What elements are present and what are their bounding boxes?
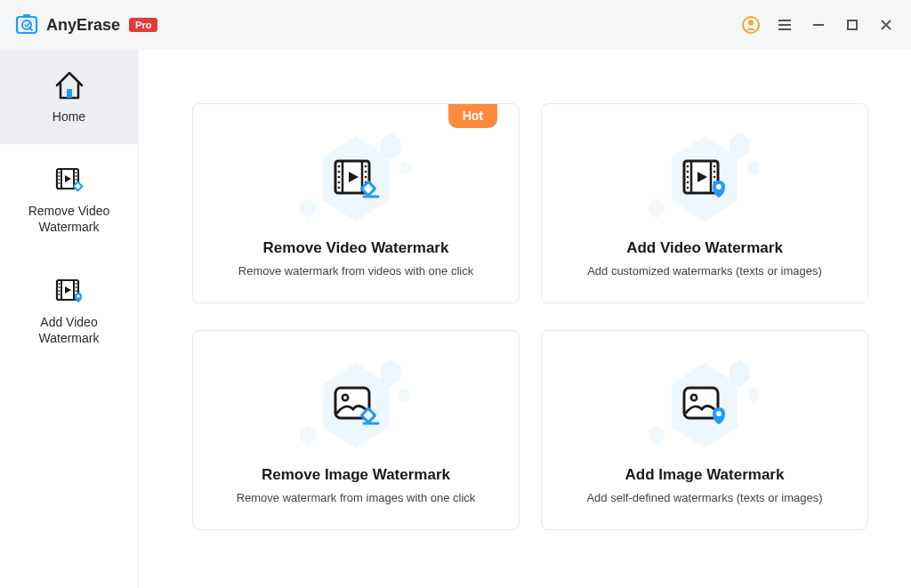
- card-icon-wrap: [302, 361, 409, 450]
- svg-rect-9: [848, 20, 857, 29]
- app-logo-icon: [14, 12, 39, 37]
- svg-point-63: [713, 171, 716, 173]
- svg-point-17: [58, 175, 60, 177]
- app-name: AnyErase: [46, 16, 120, 35]
- minimize-icon[interactable]: [808, 14, 829, 36]
- card-icon-wrap: [302, 134, 409, 223]
- svg-point-75: [716, 411, 722, 416]
- svg-point-18: [58, 179, 60, 181]
- close-icon[interactable]: [875, 14, 897, 36]
- svg-point-60: [687, 181, 689, 184]
- image-remove-large-icon: [330, 383, 382, 429]
- card-desc: Remove watermark from images with one cl…: [226, 491, 487, 504]
- card-remove-video-watermark[interactable]: Hot: [192, 103, 520, 303]
- svg-rect-1: [23, 14, 30, 18]
- svg-point-59: [687, 176, 689, 179]
- svg-point-37: [77, 294, 80, 298]
- sidebar-item-label: Add Video Watermark: [9, 314, 129, 346]
- video-add-icon: [52, 275, 87, 307]
- svg-rect-12: [67, 89, 72, 98]
- card-desc: Remove watermark from videos with one cl…: [228, 264, 484, 278]
- svg-point-45: [338, 187, 341, 189]
- sidebar-item-home[interactable]: Home: [0, 50, 138, 144]
- video-add-large-icon: [679, 156, 730, 202]
- svg-point-34: [75, 286, 77, 288]
- svg-point-42: [338, 171, 341, 173]
- svg-point-4: [748, 20, 754, 26]
- svg-point-33: [75, 283, 77, 285]
- home-icon: [52, 69, 87, 101]
- card-add-image-watermark[interactable]: Add Image Watermark Add self-defined wat…: [541, 330, 868, 530]
- svg-point-19: [58, 182, 60, 184]
- svg-point-46: [365, 165, 367, 168]
- menu-icon[interactable]: [774, 14, 795, 36]
- sidebar-item-add-video-watermark[interactable]: Add Video Watermark: [0, 255, 138, 366]
- video-remove-icon: [52, 164, 87, 196]
- card-desc: Add customized watermarks (texts or imag…: [576, 264, 833, 278]
- svg-point-22: [75, 179, 77, 181]
- card-title: Remove Video Watermark: [263, 239, 449, 257]
- svg-point-57: [687, 165, 689, 168]
- svg-point-29: [58, 283, 60, 285]
- hot-badge: Hot: [448, 104, 497, 128]
- svg-point-64: [713, 176, 716, 179]
- titlebar-right: [740, 14, 897, 36]
- svg-point-32: [58, 294, 60, 295]
- sidebar-item-label: Remove Video Watermark: [9, 203, 129, 235]
- svg-point-47: [365, 171, 367, 173]
- card-title: Add Video Watermark: [626, 239, 783, 257]
- svg-point-43: [338, 176, 341, 179]
- sidebar-item-remove-video-watermark[interactable]: Remove Video Watermark: [0, 144, 138, 254]
- svg-point-48: [365, 176, 367, 179]
- svg-point-35: [75, 290, 77, 292]
- sidebar-item-label: Home: [52, 109, 85, 125]
- card-icon-wrap: [651, 361, 758, 450]
- titlebar: AnyErase Pro: [0, 0, 911, 50]
- svg-point-41: [338, 165, 341, 168]
- card-title: Remove Image Watermark: [262, 466, 450, 484]
- svg-point-62: [713, 165, 716, 168]
- svg-point-16: [58, 172, 60, 173]
- svg-point-61: [687, 187, 689, 189]
- card-desc: Add self-defined watermarks (texts or im…: [576, 491, 833, 504]
- card-title: Add Image Watermark: [625, 466, 785, 484]
- image-add-large-icon: [679, 383, 730, 429]
- svg-point-30: [58, 286, 60, 288]
- sidebar: Home Remove Video Watermark: [0, 50, 139, 588]
- svg-point-67: [716, 184, 722, 189]
- card-icon-wrap: [651, 134, 758, 223]
- main-area: Home Remove Video Watermark: [0, 50, 911, 588]
- svg-rect-0: [17, 17, 36, 33]
- card-add-video-watermark[interactable]: Add Video Watermark Add customized water…: [541, 103, 868, 303]
- svg-point-58: [687, 171, 689, 173]
- account-icon[interactable]: [740, 14, 762, 36]
- pro-badge: Pro: [129, 18, 157, 32]
- card-grid: Hot: [192, 103, 868, 530]
- card-remove-image-watermark[interactable]: Remove Image Watermark Remove watermark …: [192, 330, 520, 530]
- content: Hot: [139, 50, 911, 588]
- svg-point-31: [58, 290, 60, 292]
- svg-point-20: [75, 172, 77, 173]
- video-remove-large-icon: [330, 156, 382, 202]
- svg-point-21: [75, 175, 77, 177]
- maximize-icon[interactable]: [842, 14, 863, 36]
- titlebar-left: AnyErase Pro: [14, 12, 157, 37]
- svg-point-44: [338, 181, 341, 184]
